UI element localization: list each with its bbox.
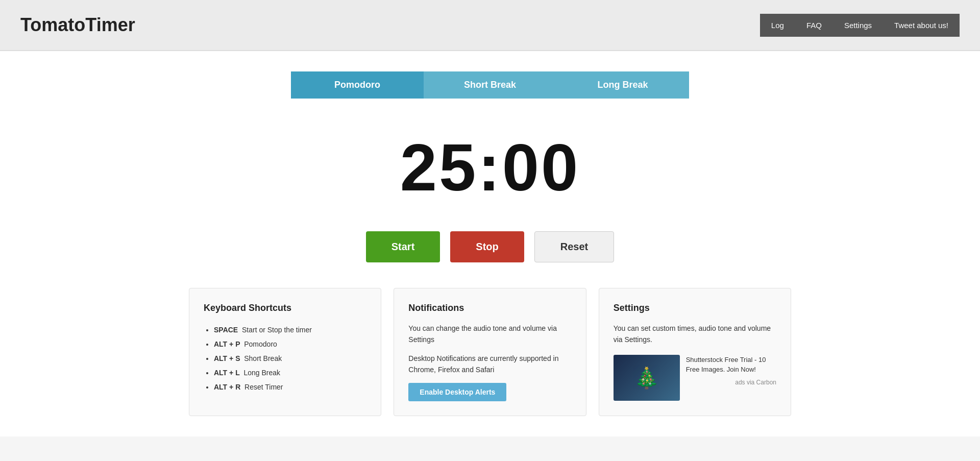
shortcut-altp-key: ALT + P [214,340,240,348]
ad-image [614,355,680,401]
reset-button[interactable]: Reset [534,231,614,262]
shortcut-altp-desc: Pomodoro [244,340,277,348]
app-title: TomatoTimer [20,14,135,36]
start-button[interactable]: Start [366,231,440,262]
shortcut-space-desc: Start or Stop the timer [242,326,312,334]
timer-tabs: Pomodoro Short Break Long Break [291,51,689,99]
info-section: Keyboard Shortcuts SPACE Start or Stop t… [168,288,812,416]
shortcut-alts-desc: Short Break [244,354,282,362]
shortcut-space: SPACE Start or Stop the timer [214,323,366,337]
main-content: Pomodoro Short Break Long Break 25:00 St… [0,51,980,436]
ad-text: Shutterstock Free Trial - 10 Free Images… [686,355,776,375]
notifications-card: Notifications You can change the audio t… [394,288,586,416]
notifications-title: Notifications [408,303,571,313]
enable-alerts-button[interactable]: Enable Desktop Alerts [408,383,506,401]
tab-long-break[interactable]: Long Break [556,71,689,99]
header: TomatoTimer Log FAQ Settings Tweet about… [0,0,980,51]
ad-block: Shutterstock Free Trial - 10 Free Images… [614,355,776,401]
shortcut-altl-desc: Long Break [243,369,280,377]
shortcut-altr-desc: Reset Timer [244,383,283,391]
tab-short-break[interactable]: Short Break [424,71,556,99]
timer-controls: Start Stop Reset [0,231,980,288]
shortcuts-list: SPACE Start or Stop the timer ALT + P Po… [204,323,366,394]
nav-tweet-button[interactable]: Tweet about us! [883,14,960,37]
keyboard-shortcuts-title: Keyboard Shortcuts [204,303,366,313]
header-nav: Log FAQ Settings Tweet about us! [760,14,960,37]
ad-content: Shutterstock Free Trial - 10 Free Images… [686,355,776,386]
notifications-text1: You can change the audio tone and volume… [408,323,571,346]
nav-faq-button[interactable]: FAQ [795,14,833,37]
settings-title: Settings [614,303,776,313]
shortcut-altr-key: ALT + R [214,383,240,391]
ad-credit: ads via Carbon [686,379,776,386]
stop-button[interactable]: Stop [450,231,524,262]
nav-settings-button[interactable]: Settings [833,14,883,37]
shortcut-alt-s: ALT + S Short Break [214,351,366,366]
keyboard-shortcuts-card: Keyboard Shortcuts SPACE Start or Stop t… [189,288,381,416]
shortcut-alt-l: ALT + L Long Break [214,366,366,380]
notifications-text2: Desktop Notifications are currently supp… [408,353,571,376]
shortcut-altl-key: ALT + L [214,369,240,377]
settings-card: Settings You can set custom times, audio… [599,288,791,416]
shortcut-alts-key: ALT + S [214,354,240,362]
settings-text: You can set custom times, audio tone and… [614,323,776,346]
timer-display: 25:00 [0,99,980,231]
shortcut-space-key: SPACE [214,326,238,334]
tab-pomodoro[interactable]: Pomodoro [291,71,424,99]
shortcut-alt-p: ALT + P Pomodoro [214,337,366,351]
shortcut-alt-r: ALT + R Reset Timer [214,380,366,394]
nav-log-button[interactable]: Log [760,14,795,37]
